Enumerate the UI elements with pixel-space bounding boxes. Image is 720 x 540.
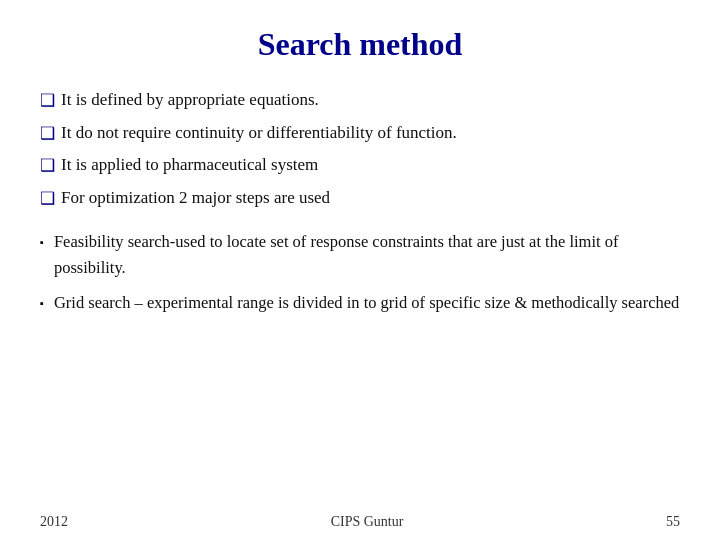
footer-center: CIPS Guntur: [331, 514, 404, 530]
sq-bullet-icon-2: ▪: [40, 295, 44, 312]
bullet-icon-2: ❑: [40, 121, 55, 147]
footer-year: 2012: [40, 514, 68, 530]
slide: Search method ❑ It is defined by appropr…: [0, 0, 720, 540]
bullet-icon-1: ❑: [40, 88, 55, 114]
bullet-icon-4: ❑: [40, 186, 55, 212]
sq-bullet-icon-1: ▪: [40, 234, 44, 251]
square-bullet-list: ▪ Feasibility search-used to locate set …: [40, 229, 680, 316]
bullet-icon-3: ❑: [40, 153, 55, 179]
list-item: ❑ For optimization 2 major steps are use…: [40, 185, 680, 212]
bullet-text-1: It is defined by appropriate equations.: [61, 87, 319, 113]
slide-title: Search method: [40, 26, 680, 63]
list-item: ❑ It do not require continuity or differ…: [40, 120, 680, 147]
list-item: ❑ It is defined by appropriate equations…: [40, 87, 680, 114]
sq-bullet-text-1: Feasibility search-used to locate set of…: [54, 229, 680, 280]
footer-page: 55: [666, 514, 680, 530]
bullet-text-4: For optimization 2 major steps are used: [61, 185, 330, 211]
bullet-text-3: It is applied to pharmaceutical system: [61, 152, 318, 178]
bullet-text-2: It do not require continuity or differen…: [61, 120, 457, 146]
main-bullet-list: ❑ It is defined by appropriate equations…: [40, 87, 680, 211]
list-item: ▪ Grid search – experimental range is di…: [40, 290, 680, 316]
list-item: ▪ Feasibility search-used to locate set …: [40, 229, 680, 280]
list-item: ❑ It is applied to pharmaceutical system: [40, 152, 680, 179]
slide-footer: 2012 CIPS Guntur 55: [0, 514, 720, 530]
sq-bullet-text-2: Grid search – experimental range is divi…: [54, 290, 679, 316]
